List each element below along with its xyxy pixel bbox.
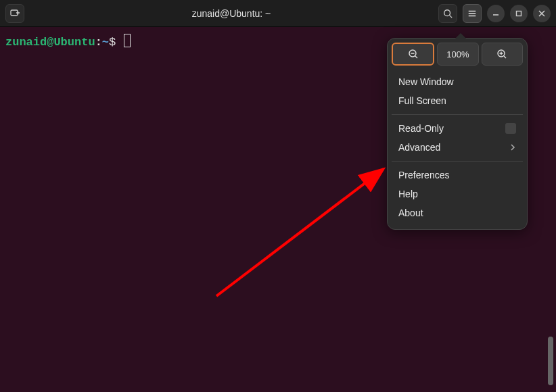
zoom-out-button[interactable]: [392, 43, 434, 66]
terminal-cursor: [124, 34, 131, 47]
hamburger-menu-popover: 100% New Window Full Screen Read-Only Ad…: [387, 38, 528, 230]
svg-point-1: [444, 9, 450, 16]
maximize-button[interactable]: [510, 5, 528, 22]
menu-item-full-screen[interactable]: Full Screen: [392, 91, 523, 110]
window-title: zunaid@Ubuntu: ~: [24, 8, 438, 19]
menu-label-new-window: New Window: [398, 76, 454, 87]
search-button[interactable]: [438, 4, 457, 23]
menu-item-help[interactable]: Help: [392, 185, 523, 203]
hamburger-menu-button[interactable]: [463, 4, 482, 23]
svg-line-6: [216, 169, 384, 296]
menu-label-advanced: Advanced: [398, 142, 440, 153]
chevron-right-icon: [509, 142, 516, 153]
new-tab-button[interactable]: [5, 4, 24, 23]
read-only-checkbox[interactable]: [505, 123, 516, 134]
svg-rect-2: [517, 11, 522, 16]
zoom-level-label[interactable]: 100%: [437, 43, 478, 66]
close-button[interactable]: [533, 5, 551, 22]
prompt-colon: :: [95, 36, 102, 49]
menu-item-about[interactable]: About: [392, 203, 523, 222]
menu-label-help: Help: [398, 189, 418, 199]
prompt-path: ~: [102, 36, 109, 49]
menu-divider: [392, 161, 523, 162]
minimize-button[interactable]: [487, 5, 505, 22]
menu-label-read-only: Read-Only: [398, 123, 444, 134]
prompt-symbol: $: [109, 36, 116, 49]
titlebar: zunaid@Ubuntu: ~: [0, 0, 556, 27]
menu-divider: [392, 114, 523, 115]
zoom-in-button[interactable]: [482, 43, 523, 66]
menu-item-new-window[interactable]: New Window: [392, 72, 523, 91]
menu-item-preferences[interactable]: Preferences: [392, 166, 523, 185]
menu-item-read-only[interactable]: Read-Only: [392, 119, 523, 138]
menu-label-full-screen: Full Screen: [398, 95, 446, 106]
menu-label-about: About: [398, 207, 423, 218]
menu-item-advanced[interactable]: Advanced: [392, 138, 523, 157]
scrollbar-thumb[interactable]: [548, 337, 553, 385]
prompt-user-host: zunaid@Ubuntu: [5, 36, 95, 49]
menu-label-preferences: Preferences: [398, 170, 449, 180]
